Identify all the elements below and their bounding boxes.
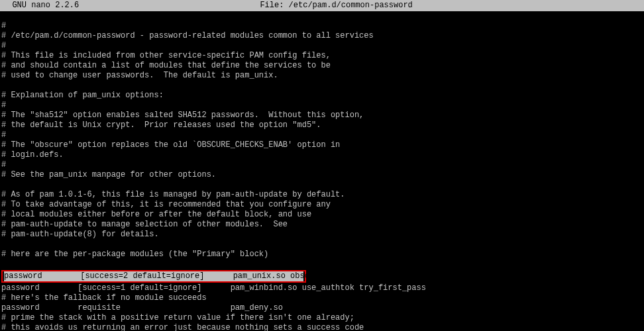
file-line: # pam-auth-update(8) for details. [1,230,643,240]
file-line [1,81,643,91]
file-line [1,180,643,190]
file-line: # local modules either before or after t… [1,210,643,220]
title-right [594,1,641,11]
file-line: # The "sha512" option enables salted SHA… [1,111,643,120]
file-line: # [1,160,643,170]
file-line: # [1,101,643,111]
file-line: # Explanation of pam_unix options: [1,91,643,101]
file-line: # To take advantage of this, it is recom… [1,200,643,210]
file-line: password requisite pam_deny.so [1,303,643,313]
file-line: # /etc/pam.d/common-password - password-… [1,31,643,41]
file-line: # here's the fallback if no module succe… [1,293,643,303]
file-line: # See the pam_unix manpage for other opt… [1,170,643,180]
file-line: # the default is Unix crypt. Prior relea… [1,120,643,130]
app-name: GNU nano 2.2.6 [3,1,79,11]
file-line: # login.defs. [1,150,643,160]
file-line: # pam-auth-update to manage selection of… [1,220,643,230]
file-line: # [1,130,643,140]
file-line: password [success=1 default=ignore] pam_… [1,283,643,293]
file-line: # and should contain a list of modules t… [1,61,643,71]
file-line [1,240,643,250]
file-line: # used to change user passwords. The def… [1,71,643,81]
file-line: # this avoids us returning an error just… [1,323,643,331]
file-line: # [1,21,643,31]
file-name: File: /etc/pam.d/common-password [79,1,594,11]
editor-content[interactable]: ## /etc/pam.d/common-password - password… [0,11,644,331]
file-line: # As of pam 1.0.1-6, this file is manage… [1,190,643,200]
file-line: # This file is included from other servi… [1,51,643,61]
title-bar: GNU nano 2.2.6 File: /etc/pam.d/common-p… [0,0,644,11]
highlighted-line-box: password [success=2 default=ignore] pam_… [1,270,306,283]
file-line: # here are the per-package modules (the … [1,250,643,260]
file-line: # [1,41,643,51]
highlighted-line: password [success=2 default=ignore] pam_… [4,271,303,281]
file-line: # prime the stack with a positive return… [1,313,643,323]
file-line: # The "obscure" option replaces the old … [1,140,643,150]
